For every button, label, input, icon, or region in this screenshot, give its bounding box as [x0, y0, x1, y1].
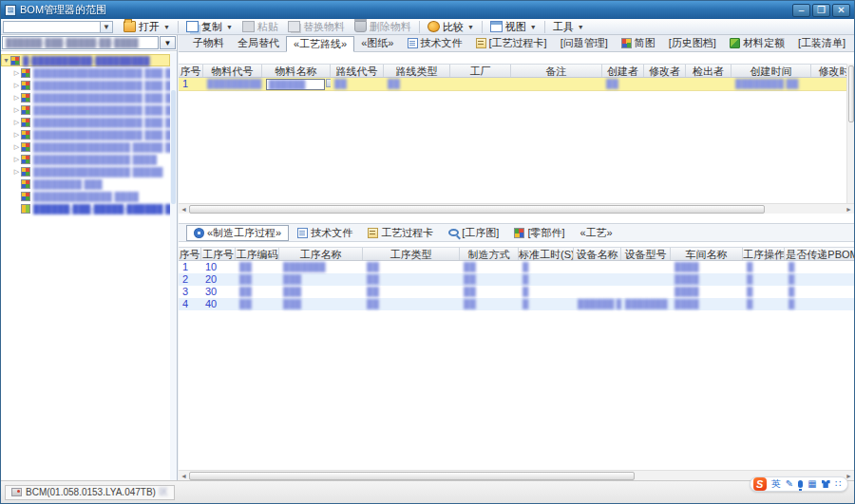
- toolbar-button-1[interactable]: 打开▼: [119, 20, 175, 34]
- tree-node-8[interactable]: ▷████████████████ ████: [1, 153, 170, 165]
- tree-node-2[interactable]: ▷██████████████████ ███ ███: [1, 79, 170, 91]
- column-header[interactable]: 工序编码: [236, 248, 279, 260]
- lower-tab-6[interactable]: «工艺»: [574, 225, 619, 241]
- sogou-logo-icon[interactable]: S: [753, 477, 767, 491]
- column-header[interactable]: 是否传递PBOM: [785, 248, 855, 260]
- column-header[interactable]: 序号: [179, 65, 203, 77]
- lower-tab-4[interactable]: [工序图]: [442, 225, 505, 241]
- route-table-selected-row[interactable]: 1█████████████████████████████ ██: [179, 78, 854, 91]
- column-header[interactable]: 检出者: [686, 65, 732, 77]
- tree-node-5[interactable]: ▷██████████████████ ███ ███: [1, 116, 170, 128]
- expand-icon[interactable]: ▷: [12, 94, 21, 102]
- column-header[interactable]: 路线代号: [331, 65, 384, 77]
- expand-icon[interactable]: ▷: [12, 156, 21, 163]
- toolbar-button-8[interactable]: 工具▼: [548, 20, 589, 34]
- toolbar-button-7[interactable]: 视图▼: [485, 20, 542, 34]
- pen-icon[interactable]: ✎: [786, 477, 793, 491]
- close-button[interactable]: ✕: [832, 4, 850, 17]
- keyboard-icon[interactable]: ▦: [808, 477, 816, 491]
- tab-1[interactable]: 子物料: [186, 35, 231, 51]
- microphone-icon[interactable]: [798, 480, 803, 488]
- column-header[interactable]: 物料名称: [262, 65, 331, 77]
- expand-icon[interactable]: ▷: [12, 143, 21, 151]
- lower-tab-5[interactable]: [零部件]: [507, 225, 571, 241]
- expand-icon[interactable]: ▷: [12, 131, 21, 139]
- route-table-hscrollbar[interactable]: ◄ ►: [179, 203, 854, 214]
- tab-6[interactable]: [工艺过程卡]: [469, 35, 554, 51]
- column-header[interactable]: 工厂: [450, 65, 511, 77]
- expand-icon[interactable]: ▷: [12, 82, 21, 89]
- process-row-4[interactable]: 440████████████████ ███████████████: [179, 298, 854, 310]
- chevron-down-icon[interactable]: ▼: [100, 22, 112, 32]
- toolbar-button-6[interactable]: 比较▼: [423, 20, 479, 34]
- column-header[interactable]: 工序操作人...: [743, 248, 785, 260]
- column-header[interactable]: 车间名称: [671, 248, 743, 260]
- expand-icon[interactable]: ▼: [2, 57, 10, 64]
- tree-node-12[interactable]: ██████-███-█████-██████ ███: [1, 202, 170, 215]
- tree-node-label: ██████████████████ ███ ███: [33, 118, 170, 127]
- scroll-left-icon[interactable]: ◄: [179, 471, 189, 481]
- column-header[interactable]: 序号: [179, 248, 201, 260]
- tab-5[interactable]: 技术文件: [401, 35, 469, 51]
- scroll-right-icon[interactable]: ►: [844, 204, 854, 215]
- column-header[interactable]: 路线类型: [384, 65, 450, 77]
- column-header[interactable]: 工序类型: [363, 248, 460, 260]
- column-header[interactable]: 创建时间: [732, 65, 811, 77]
- toolbar-button-2[interactable]: 复制▼: [181, 20, 238, 34]
- tab-2[interactable]: 全局替代: [231, 35, 286, 51]
- column-header[interactable]: 物料代号: [203, 65, 262, 77]
- tab-4[interactable]: «图纸»: [354, 35, 400, 51]
- lower-tab-2[interactable]: 技术文件: [291, 225, 359, 241]
- lower-tab-1[interactable]: «制造工序过程»: [186, 225, 289, 241]
- tab-7[interactable]: [问题管理]: [554, 35, 615, 51]
- tab-3[interactable]: «工艺路线»: [286, 36, 354, 52]
- inline-edit-field[interactable]: ██████: [266, 79, 325, 90]
- maximize-button[interactable]: ❐: [812, 4, 830, 17]
- tree-node-6[interactable]: ▷██████████████████ ███ ███: [1, 128, 170, 140]
- tree-filter-dropdown-button[interactable]: ▼: [160, 36, 176, 49]
- tree-node-7[interactable]: ▷████████████████ █████ ██4: [1, 140, 170, 153]
- tree-filter-input[interactable]: ██████-███-█████-██-████: [2, 36, 159, 49]
- tab-label: 简图: [635, 36, 656, 50]
- column-header[interactable]: 备注: [511, 65, 602, 77]
- expand-icon[interactable]: ▷: [12, 119, 21, 126]
- expand-icon[interactable]: ▷: [12, 69, 21, 77]
- tree-node-4[interactable]: ▷██████████████████ ███ ███: [1, 103, 170, 116]
- ime-language-toggle[interactable]: 英: [771, 477, 781, 491]
- toolbar-separator: [178, 21, 179, 33]
- expand-icon[interactable]: ▷: [12, 106, 21, 114]
- column-header[interactable]: 工序名称: [279, 248, 363, 260]
- tab-10[interactable]: 材料定额: [723, 35, 791, 51]
- column-header[interactable]: 工序号: [201, 248, 236, 260]
- tree-root-node[interactable]: ▼█-██████████-█████████: [1, 54, 170, 66]
- tree-scrollbar[interactable]: [170, 52, 177, 480]
- tree-node-3[interactable]: ▷██████████████████ ███ ███: [1, 91, 170, 103]
- tab-8[interactable]: 简图: [615, 35, 662, 51]
- scroll-left-icon[interactable]: ◄: [179, 204, 189, 215]
- process-row-1[interactable]: 110████████████████████: [179, 261, 854, 273]
- column-header[interactable]: 修改者: [644, 65, 686, 77]
- tree-node-9[interactable]: ▷████████████████ █████: [1, 165, 170, 177]
- skin-icon[interactable]: [822, 480, 830, 488]
- process-row-2[interactable]: 220████████████████: [179, 273, 854, 286]
- column-header[interactable]: 设备型号: [621, 248, 671, 260]
- minimize-button[interactable]: –: [792, 4, 810, 17]
- process-row-3[interactable]: 330████████████████: [179, 286, 854, 298]
- table-cell: ███████: [279, 261, 363, 273]
- lower-tab-3[interactable]: 工艺过程卡: [361, 225, 440, 241]
- tab-11[interactable]: [工装清单]: [791, 35, 852, 51]
- expand-icon[interactable]: ▷: [12, 168, 21, 176]
- tree-node-1[interactable]: ▷██████████████████ ███ ███: [1, 66, 170, 79]
- tree-node-10[interactable]: ████████ ███: [1, 177, 170, 190]
- bom-item-icon: [21, 179, 30, 189]
- column-header[interactable]: 制造方式: [460, 248, 519, 260]
- column-header[interactable]: 创建者: [602, 65, 644, 77]
- column-header[interactable]: 设备名称: [574, 248, 621, 260]
- tree-node-11[interactable]: █████████████ ████: [1, 190, 170, 202]
- toolbox-icon[interactable]: ∷: [835, 477, 841, 491]
- column-header[interactable]: 标准工时(S): [519, 248, 574, 260]
- toolbar-combobox[interactable]: ▼: [3, 21, 113, 33]
- toolbar-button-3: 粘贴: [238, 20, 283, 34]
- tab-9[interactable]: [历史图档]: [662, 35, 723, 51]
- route-table-vscrollbar[interactable]: [846, 64, 854, 203]
